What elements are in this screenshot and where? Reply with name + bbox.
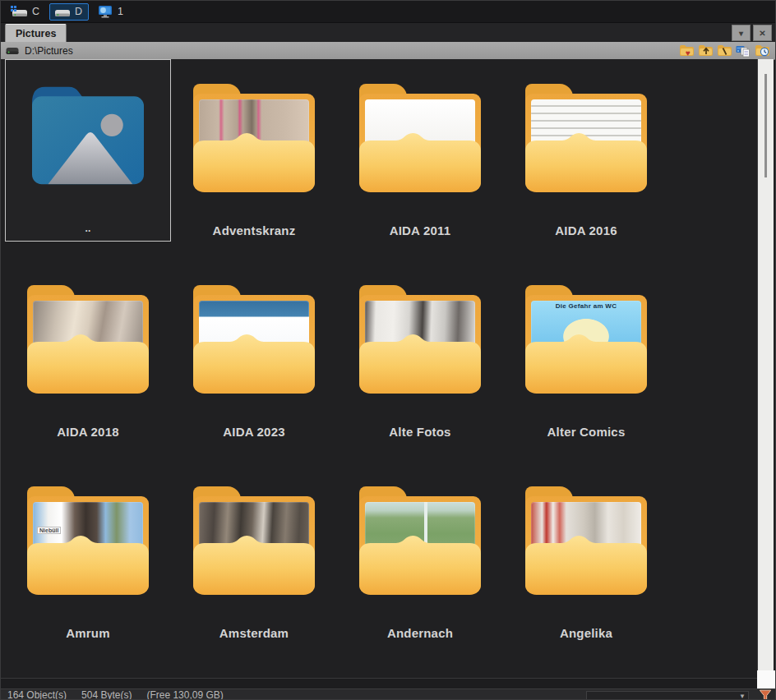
filter-funnel-icon[interactable] <box>755 689 775 700</box>
drives-button[interactable] <box>735 44 751 58</box>
file-item-label: AIDA 2023 <box>171 425 337 439</box>
file-item-andernach[interactable]: Andernach <box>337 462 503 663</box>
folder-icon <box>503 77 669 200</box>
folder-heart-icon: ♥ <box>679 44 695 57</box>
folder-root-icon <box>717 44 732 57</box>
file-item-label: Amsterdam <box>171 626 337 640</box>
file-manager-window: CD1 Pictures ▾✕ D:\Pictures ♥ ..Adventsk… <box>0 0 776 700</box>
network-computer-icon <box>97 5 113 18</box>
file-item-label: Andernach <box>337 626 503 640</box>
folder-front-shape <box>27 334 149 394</box>
close-tab-button[interactable]: ✕ <box>753 25 772 41</box>
drive-tab-label: 1 <box>118 6 123 17</box>
drive-icon <box>54 6 71 18</box>
folder-icon <box>171 480 337 603</box>
drive-windows-icon <box>11 6 28 18</box>
file-list-panel[interactable]: ..AdventskranzAIDA 2011AIDA 2016AIDA 201… <box>1 59 757 678</box>
breadcrumb[interactable]: D:\Pictures <box>6 45 73 57</box>
pictures-folder-icon <box>24 79 152 191</box>
recent-locations-button[interactable] <box>754 44 770 58</box>
file-item-label: .. <box>6 223 170 234</box>
folder-front-shape <box>359 334 481 394</box>
file-item-amsterdam[interactable]: Amsterdam <box>171 462 337 663</box>
drive-tab-1[interactable]: 1 <box>92 2 130 21</box>
folder-icon <box>337 77 503 200</box>
horizontal-scrollbar[interactable] <box>1 678 757 689</box>
folder-front-shape <box>193 536 315 595</box>
file-item-aida-2023[interactable]: AIDA 2023 <box>171 260 337 462</box>
folder-icon: Die Gefahr am WC <box>503 279 669 402</box>
file-item--[interactable]: .. <box>5 59 171 242</box>
folder-icon <box>5 279 171 402</box>
address-toolbar: ♥ <box>678 44 770 58</box>
folder-front-shape <box>193 334 315 394</box>
drive-tab-bar: CD1 <box>1 1 775 23</box>
drive-tab-d[interactable]: D <box>49 3 89 21</box>
file-item-adventskranz[interactable]: Adventskranz <box>171 59 337 260</box>
folder-front-shape <box>359 536 481 595</box>
tab-strip: Pictures ▾✕ <box>1 23 775 42</box>
thumbnail-sign: Niebüll <box>37 527 61 534</box>
file-item-label: Adventskranz <box>171 223 337 237</box>
file-item-label: Amrum <box>5 626 171 640</box>
folder-icon <box>503 480 669 603</box>
folder-icon <box>337 279 503 402</box>
file-item-amrum[interactable]: NiebüllAmrum <box>5 462 171 663</box>
status-size: 504 Byte(s) <box>81 689 132 700</box>
file-item-label: Angelika <box>503 626 669 640</box>
drive-tab-label: D <box>75 6 82 17</box>
file-item-alte-fotos[interactable]: Alte Fotos <box>337 260 503 462</box>
status-dropdown[interactable]: ▼ <box>586 691 749 700</box>
file-item-angelika[interactable]: Angelika <box>503 462 669 663</box>
thumbnail-caption: Die Gefahr am WC <box>531 302 641 310</box>
svg-text:♥: ♥ <box>686 48 691 57</box>
scrollbar-thumb[interactable] <box>764 74 767 177</box>
file-item-alter-comics[interactable]: Die Gefahr am WCAlter Comics <box>503 260 669 462</box>
folder-front-shape <box>525 334 647 394</box>
folder-icon <box>171 279 337 402</box>
drive-tab-label: C <box>32 6 39 17</box>
chevron-down-icon: ▼ <box>739 693 746 700</box>
folder-front-shape <box>193 133 315 192</box>
tab-pictures[interactable]: Pictures <box>5 24 67 43</box>
folder-up-icon <box>698 44 714 57</box>
file-item-label: AIDA 2018 <box>5 425 171 439</box>
folder-clock-icon <box>755 44 770 57</box>
go-root-button[interactable] <box>716 44 732 58</box>
tab-list-dropdown-button[interactable]: ▾ <box>732 25 751 41</box>
file-item-aida-2011[interactable]: AIDA 2011 <box>337 59 503 260</box>
status-free-space: (Free 130,09 GB) <box>146 689 223 700</box>
scrollbar-corner <box>757 670 776 689</box>
file-item-label: Alter Comics <box>503 425 669 439</box>
address-bar: D:\Pictures ♥ <box>1 42 775 60</box>
status-object-count: 164 Object(s) <box>7 689 67 700</box>
file-item-label: Alte Fotos <box>337 425 503 439</box>
folder-front-shape <box>525 536 647 595</box>
drive-mini-icon <box>6 47 19 55</box>
parent-folder-icon <box>6 73 170 196</box>
favorites-button[interactable]: ♥ <box>678 44 695 58</box>
folder-grid: ..AdventskranzAIDA 2011AIDA 2016AIDA 201… <box>1 59 757 663</box>
vertical-scrollbar[interactable] <box>757 59 774 670</box>
status-bar: 164 Object(s) 504 Byte(s) (Free 130,09 G… <box>1 688 776 700</box>
folder-front-shape <box>27 536 149 595</box>
go-up-button[interactable] <box>697 44 714 58</box>
file-item-aida-2016[interactable]: AIDA 2016 <box>503 59 669 260</box>
folder-front-shape <box>359 133 481 192</box>
file-item-label: AIDA 2011 <box>337 223 503 237</box>
computer-copy-icon <box>736 44 751 58</box>
folder-icon: Niebüll <box>5 480 171 603</box>
folder-icon <box>171 77 337 200</box>
tab-buttons: ▾✕ <box>732 25 772 41</box>
address-path-text: D:\Pictures <box>25 45 73 57</box>
file-item-label: AIDA 2016 <box>503 223 669 237</box>
drive-tab-c[interactable]: C <box>6 3 46 21</box>
folder-front-shape <box>525 133 647 192</box>
file-item-aida-2018[interactable]: AIDA 2018 <box>5 260 171 462</box>
folder-icon <box>337 480 503 603</box>
